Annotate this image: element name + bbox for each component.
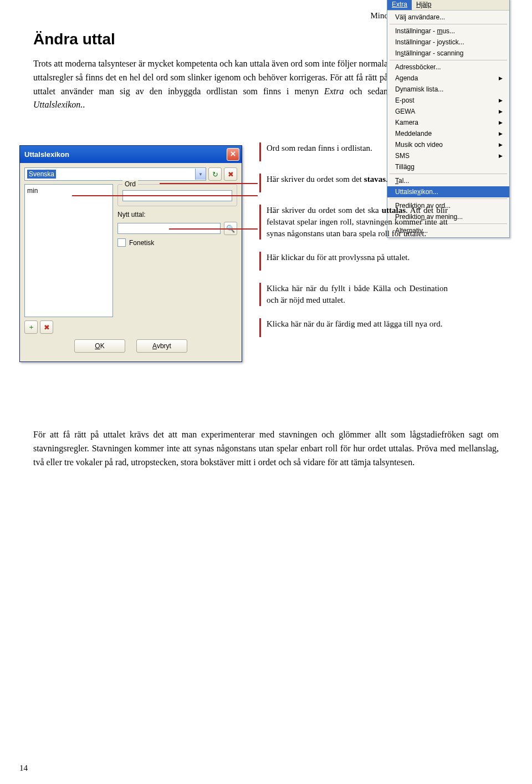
menu-item-label: Välj användare... — [395, 13, 445, 21]
chevron-right-icon: ▶ — [499, 153, 503, 159]
language-selected: Svenska — [27, 170, 56, 179]
callout-bar — [259, 252, 261, 271]
menu-item-label: Kamera — [395, 119, 418, 126]
word-list[interactable]: min — [24, 184, 113, 317]
callout-bar — [259, 283, 261, 306]
menu-item-label: E-post — [395, 96, 415, 104]
menu-item[interactable]: Välj användare... — [387, 12, 509, 23]
menu-item[interactable]: Agenda▶ — [387, 73, 509, 84]
menu-item-label: Inställningar - scanning — [395, 49, 463, 57]
menu-separator — [390, 60, 507, 60]
callout-text: Ord som redan finns i ordlistan. — [267, 142, 448, 154]
intro-italic-2: Uttalslexikon. — [33, 100, 83, 109]
avbryt-button[interactable]: Avbryt — [136, 339, 187, 353]
menu-item-label: Agenda — [395, 74, 418, 82]
callout: Klicka här när du fyllt i både Källa och… — [259, 283, 448, 306]
intro-paragraph: Trots att moderna talsynteser är mycket … — [33, 57, 388, 112]
menu-tab-extra[interactable]: Extra — [387, 0, 412, 10]
callout-bar — [259, 142, 261, 161]
callout-bar — [259, 174, 261, 192]
menu-item-label: Meddelande — [395, 130, 432, 138]
menu-item[interactable]: Adressböcker... — [387, 62, 509, 73]
menu-item-label: Inställningar - mus... — [395, 27, 455, 35]
callout-text: Här skriver du ordet som det stavas. — [267, 174, 448, 185]
menu-item[interactable]: Inställningar - mus... — [387, 26, 509, 37]
dialog-titlebar[interactable]: Uttalslexikon ✕ — [20, 146, 242, 163]
callout: Här skriver du ordet som det ska uttalas… — [259, 205, 448, 240]
callout-text: Här klickar du för att provlyssna på utt… — [267, 252, 448, 263]
page-number: 14 — [19, 763, 28, 773]
intro-italic-1: Extra — [324, 86, 344, 96]
fonetisk-label: Fonetisk — [129, 239, 154, 247]
ok-button[interactable]: OK — [74, 339, 125, 353]
fonetisk-checkbox[interactable] — [117, 238, 126, 247]
menu-separator — [390, 24, 507, 24]
menu-item[interactable]: Kamera▶ — [387, 117, 509, 128]
menu-item[interactable]: Meddelande▶ — [387, 128, 509, 139]
list-item[interactable]: min — [27, 187, 110, 195]
callout: Klicka här när du är färdig med att lägg… — [259, 318, 448, 337]
ord-group-label: Ord — [122, 180, 138, 188]
bottom-paragraph: För att få rätt på uttalet krävs det att… — [33, 428, 499, 469]
chevron-right-icon: ▶ — [499, 142, 503, 147]
remove-icon[interactable]: ✖ — [40, 320, 53, 334]
intro-text-c: . — [83, 100, 85, 109]
chevron-right-icon: ▶ — [499, 131, 503, 136]
menu-item[interactable]: E-post▶ — [387, 95, 509, 106]
callout-bar — [259, 318, 261, 337]
language-select[interactable]: Svenska ▼ — [24, 167, 206, 181]
chevron-right-icon: ▶ — [499, 98, 503, 103]
callout-text: Här skriver du ordet som det ska uttalas… — [267, 205, 448, 240]
chevron-down-icon[interactable]: ▼ — [195, 169, 206, 180]
delete-icon[interactable]: ✖ — [224, 167, 237, 181]
intro-text-b: och sedan — [344, 86, 388, 96]
leader-line — [160, 183, 258, 184]
menu-item[interactable]: Inställningar - joystick... — [387, 37, 509, 48]
leader-line — [72, 195, 258, 196]
menu-item[interactable]: GEWA▶ — [387, 106, 509, 117]
chevron-right-icon: ▶ — [499, 120, 503, 125]
menu-item-label: GEWA — [395, 108, 415, 115]
menu-tab-hjalp[interactable]: Hjälp — [412, 0, 436, 10]
menu-item[interactable]: Inställningar - scanning — [387, 48, 509, 59]
callout-text: Klicka här när du fyllt i både Källa och… — [267, 283, 448, 306]
menu-header: Extra Hjälp — [387, 0, 509, 11]
leader-line — [169, 228, 258, 230]
uttalslexikon-dialog: Uttalslexikon ✕ Svenska ▼ ↻ ✖ min — [19, 145, 242, 362]
nytt-uttal-label: Nytt uttal: — [117, 211, 151, 218]
reload-icon[interactable]: ↻ — [208, 167, 222, 181]
menu-item-label: Dynamisk lista... — [395, 85, 443, 93]
menu-item[interactable]: Dynamisk lista... — [387, 84, 509, 95]
callout: Här skriver du ordet som det stavas. — [259, 174, 448, 192]
menu-item-label: Adressböcker... — [395, 63, 441, 71]
callout: Här klickar du för att provlyssna på utt… — [259, 252, 448, 271]
chevron-right-icon: ▶ — [499, 109, 503, 114]
callout-text: Klicka här när du är färdig med att lägg… — [267, 318, 448, 330]
menu-item-label: Inställningar - joystick... — [395, 38, 464, 46]
callout: Ord som redan finns i ordlistan. — [259, 142, 448, 161]
add-icon[interactable]: ＋ — [24, 320, 38, 334]
close-icon[interactable]: ✕ — [227, 148, 239, 161]
chevron-right-icon: ▶ — [499, 75, 503, 81]
dialog-title: Uttalslexikon — [24, 150, 69, 159]
callout-bar — [259, 205, 261, 240]
